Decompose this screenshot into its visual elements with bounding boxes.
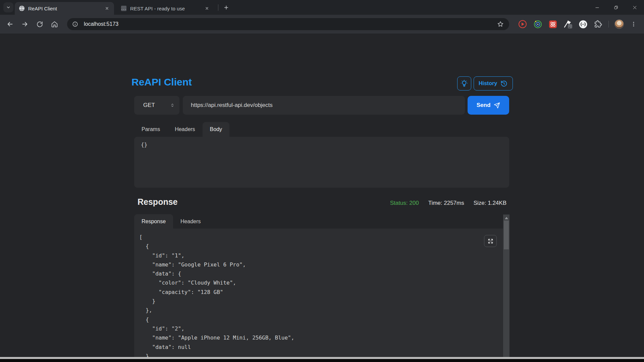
globe-favicon-icon <box>19 5 25 11</box>
method-select-value: GET <box>143 102 155 109</box>
back-button[interactable] <box>4 18 16 30</box>
time-label: Time: 2257ms <box>428 200 464 206</box>
history-icon <box>500 80 508 87</box>
app-title: ReAPI Client <box>131 76 192 88</box>
omnibox[interactable]: localhost:5173 <box>67 18 509 30</box>
tab-title: ReAPI Client <box>28 6 100 11</box>
expand-button[interactable] <box>484 235 497 247</box>
extension-play-icon[interactable] <box>518 19 527 29</box>
tab-search-button[interactable] <box>3 2 13 12</box>
scrollbar-up-icon[interactable] <box>503 215 509 221</box>
braces-favicon-icon: {...} <box>121 5 127 11</box>
request-url-value: https://api.restful-api.dev/objects <box>191 102 273 109</box>
browser-window: ReAPI Client {...} REST API - ready to u… <box>0 0 644 362</box>
send-button-label: Send <box>477 102 491 109</box>
forward-button[interactable] <box>19 18 31 30</box>
browser-tab-reapi-client[interactable]: ReAPI Client <box>15 2 114 15</box>
extension-atom-icon[interactable] <box>548 19 557 29</box>
window-minimize-button[interactable] <box>588 0 606 15</box>
response-body[interactable]: [ { "id": "1", "name": "Google Pixel 6 P… <box>139 233 294 362</box>
new-tab-button[interactable] <box>221 3 231 12</box>
toolbar-divider <box>608 21 609 27</box>
bookmark-star-icon[interactable] <box>496 19 505 29</box>
response-tabs: Response Headers <box>134 214 208 229</box>
response-scrollbar[interactable] <box>503 215 509 362</box>
tab-title: REST API - ready to use <box>130 6 200 11</box>
svg-text:{...}: {...} <box>121 7 127 10</box>
request-row: GET https://api.restful-api.dev/objects … <box>134 96 509 115</box>
response-header: Response Status: 200 Time: 2257ms Size: … <box>134 197 506 207</box>
tab-response[interactable]: Response <box>134 214 173 229</box>
profile-avatar[interactable] <box>614 19 624 29</box>
extension-axe-icon[interactable] <box>563 19 573 29</box>
tab-close-icon[interactable] <box>103 5 111 12</box>
browser-tab-rest-api[interactable]: {...} REST API - ready to use <box>117 2 214 15</box>
request-body-editor[interactable]: {} <box>134 137 509 188</box>
response-title: Response <box>138 197 177 207</box>
window-restore-button[interactable] <box>606 0 625 15</box>
tab-close-icon[interactable] <box>203 5 211 12</box>
window-close-button[interactable] <box>625 0 644 15</box>
history-button[interactable]: History <box>474 76 513 90</box>
method-select[interactable]: GET <box>134 96 179 115</box>
tab-body[interactable]: Body <box>203 122 229 137</box>
expand-icon <box>488 238 493 244</box>
lightbulb-icon <box>460 79 468 87</box>
extensions-area <box>518 15 638 34</box>
tab-strip: ReAPI Client {...} REST API - ready to u… <box>0 0 644 15</box>
url-text[interactable]: localhost:5173 <box>84 21 496 27</box>
request-url-input[interactable]: https://api.restful-api.dev/objects <box>183 96 465 115</box>
size-label: Size: 1.24KB <box>474 200 506 206</box>
home-button[interactable] <box>48 18 60 30</box>
send-button[interactable]: Send <box>468 96 509 115</box>
extensions-puzzle-icon[interactable] <box>593 19 603 29</box>
select-chevrons-icon <box>170 103 175 108</box>
reload-button[interactable] <box>34 18 46 30</box>
tab-divider <box>218 4 218 11</box>
response-panel: [ { "id": "1", "name": "Google Pixel 6 P… <box>134 229 509 362</box>
theme-toggle-button[interactable] <box>457 76 471 90</box>
page-content: ReAPI Client History GET https://api.res… <box>0 34 644 362</box>
browser-toolbar: localhost:5173 <box>0 15 644 34</box>
screen-bottom-edge <box>0 359 644 362</box>
browser-menu-button[interactable] <box>630 19 638 29</box>
response-meta: Status: 200 Time: 2257ms Size: 1.24KB <box>390 200 506 206</box>
window-controls <box>588 0 644 15</box>
scrollbar-thumb[interactable] <box>504 221 509 249</box>
send-icon <box>494 102 500 109</box>
history-button-label: History <box>479 80 497 86</box>
chevron-down-icon <box>6 5 11 10</box>
status-badge: Status: 200 <box>390 200 419 206</box>
plus-icon <box>223 5 229 10</box>
site-info-icon[interactable] <box>70 19 80 29</box>
request-tabs: Params Headers Body <box>134 122 229 137</box>
tab-response-headers[interactable]: Headers <box>173 214 208 229</box>
extension-target-icon[interactable] <box>533 19 542 29</box>
extension-dots-circle-icon[interactable] <box>578 19 588 29</box>
tab-headers[interactable]: Headers <box>167 122 202 137</box>
tab-params[interactable]: Params <box>134 122 167 137</box>
